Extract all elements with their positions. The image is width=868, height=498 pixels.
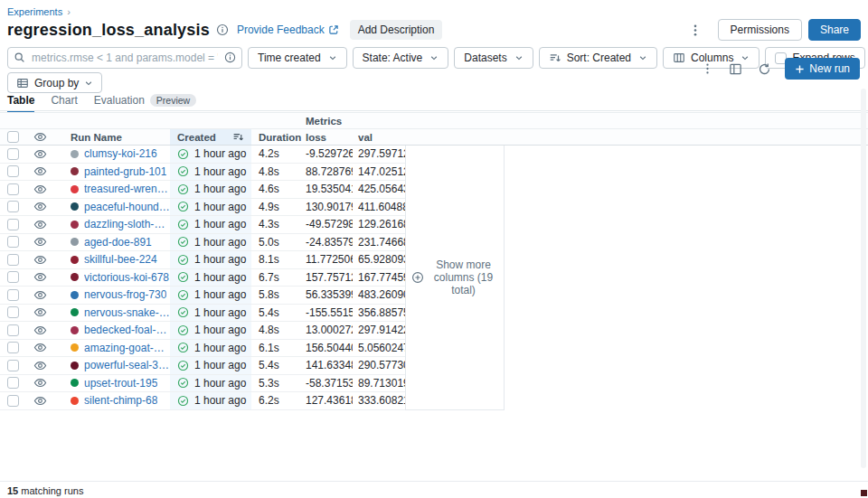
sidebar-toggle-icon[interactable]	[727, 61, 744, 78]
eye-icon[interactable]	[33, 305, 47, 319]
eye-icon[interactable]	[33, 394, 47, 408]
eye-icon[interactable]	[33, 183, 47, 196]
breadcrumb-experiments-link[interactable]: Experiments	[7, 6, 62, 17]
run-name-link[interactable]: nervous-snake-390	[84, 306, 170, 319]
eye-icon[interactable]	[33, 147, 47, 161]
status-finished-icon	[177, 342, 189, 353]
kebab-menu-icon[interactable]	[685, 22, 705, 39]
run-name-link[interactable]: victorious-koi-678	[84, 271, 169, 284]
column-created-label: Created	[177, 132, 216, 143]
row-checkbox[interactable]	[7, 395, 19, 407]
external-link-icon	[328, 24, 339, 35]
group-by-button[interactable]: Group by	[7, 72, 102, 93]
row-checkbox[interactable]	[7, 342, 19, 353]
run-color-dot	[71, 202, 79, 211]
search-input[interactable]	[7, 47, 242, 69]
row-checkbox[interactable]	[7, 306, 19, 318]
row-checkbox[interactable]	[7, 148, 19, 160]
run-val: 65.928093...	[358, 253, 405, 266]
row-checkbox[interactable]	[7, 360, 19, 371]
row-checkbox[interactable]	[7, 201, 19, 212]
page-scrollbar[interactable]	[861, 89, 866, 468]
run-name-link[interactable]: silent-chimp-68	[84, 394, 157, 407]
sort-descending-icon[interactable]	[232, 131, 244, 143]
run-val: 425.05643...	[358, 183, 405, 195]
row-checkbox[interactable]	[7, 289, 19, 301]
more-options-kebab-icon[interactable]	[700, 61, 715, 77]
row-checkbox[interactable]	[7, 183, 19, 195]
run-created: 1 hour ago	[194, 271, 246, 284]
status-finished-icon	[177, 289, 189, 301]
run-name-link[interactable]: clumsy-koi-216	[84, 147, 157, 160]
select-all-checkbox[interactable]	[7, 131, 19, 143]
matching-runs-label: matching runs	[21, 485, 83, 496]
chevron-down-icon	[429, 53, 439, 62]
table-actions: New run	[700, 58, 860, 80]
run-created: 1 hour ago	[194, 288, 246, 301]
run-duration: 5.4s	[259, 306, 279, 319]
run-loss: 19.5350417...	[306, 183, 353, 195]
eye-icon[interactable]	[33, 200, 47, 213]
run-name-link[interactable]: painted-grub-101	[84, 165, 166, 178]
run-name-link[interactable]: aged-doe-891	[84, 236, 152, 249]
sort-selector[interactable]: Sort: Created	[539, 47, 657, 69]
column-loss[interactable]: loss	[300, 129, 353, 145]
eye-icon[interactable]	[33, 130, 47, 144]
row-checkbox[interactable]	[7, 254, 19, 266]
run-name-link[interactable]: treasured-wren-932	[84, 183, 170, 195]
new-run-button[interactable]: New run	[785, 58, 860, 80]
run-name-link[interactable]: dazzling-sloth-802	[84, 218, 170, 230]
row-checkbox[interactable]	[7, 377, 19, 389]
run-val: 290.57730...	[358, 359, 405, 371]
column-val[interactable]: val	[353, 129, 405, 145]
eye-icon[interactable]	[33, 341, 47, 354]
run-val: 147.025126...	[358, 165, 405, 178]
eye-icon[interactable]	[33, 218, 47, 231]
status-finished-icon	[177, 201, 189, 212]
run-name-link[interactable]: amazing-goat-130	[84, 342, 170, 354]
run-name-link[interactable]: peaceful-hound-944	[84, 201, 170, 213]
run-name-link[interactable]: nervous-frog-730	[84, 288, 166, 301]
run-color-dot	[71, 167, 79, 175]
search-info-icon[interactable]	[224, 52, 236, 63]
run-duration: 5.4s	[259, 359, 279, 371]
column-run-name[interactable]: Run Name	[58, 129, 170, 145]
column-duration[interactable]: Duration	[251, 129, 300, 145]
state-filter[interactable]: State: Active	[353, 47, 449, 69]
run-name-link[interactable]: powerful-seal-309	[84, 359, 170, 371]
run-name-link[interactable]: bedecked-foal-963	[84, 324, 170, 336]
run-name-link[interactable]: skillful-bee-224	[84, 253, 157, 266]
row-checkbox[interactable]	[7, 219, 19, 230]
eye-icon[interactable]	[33, 324, 47, 337]
info-icon[interactable]	[216, 23, 229, 36]
eye-icon[interactable]	[33, 376, 47, 390]
eye-icon[interactable]	[33, 359, 47, 372]
eye-icon[interactable]	[33, 164, 47, 178]
time-created-filter[interactable]: Time created	[248, 47, 347, 69]
eye-icon[interactable]	[33, 270, 47, 284]
run-created: 1 hour ago	[194, 359, 246, 371]
eye-icon[interactable]	[33, 288, 47, 302]
row-checkbox[interactable]	[7, 236, 19, 248]
column-created[interactable]: Created	[170, 129, 251, 145]
plus-icon	[795, 64, 805, 74]
datasets-filter[interactable]: Datasets	[454, 47, 533, 69]
run-created: 1 hour ago	[194, 253, 246, 266]
run-duration: 4.8s	[259, 165, 279, 178]
provide-feedback-link[interactable]: Provide Feedback	[237, 23, 339, 36]
share-button[interactable]: Share	[808, 19, 861, 41]
refresh-icon[interactable]	[756, 61, 773, 78]
run-val: 167.774590...	[358, 271, 405, 284]
row-checkbox[interactable]	[7, 165, 19, 177]
row-checkbox[interactable]	[7, 324, 19, 336]
eye-icon[interactable]	[33, 235, 47, 249]
add-description-button[interactable]: Add Description	[350, 20, 443, 40]
show-more-columns-button[interactable]: Show more columns (19 total)	[406, 258, 504, 297]
eye-icon[interactable]	[33, 253, 47, 267]
chevron-down-icon	[328, 53, 337, 62]
row-checkbox[interactable]	[7, 271, 19, 283]
run-name-link[interactable]: upset-trout-195	[84, 377, 157, 390]
run-created: 1 hour ago	[194, 165, 246, 178]
permissions-button[interactable]: Permissions	[718, 19, 802, 41]
table-row: silent-chimp-68 1 hour ago 6.2s 127.4361…	[0, 392, 405, 410]
